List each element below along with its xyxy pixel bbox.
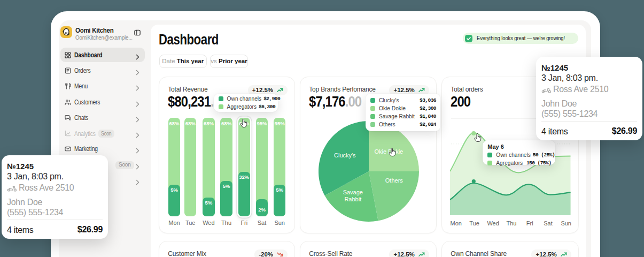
svg-text:Savage: Savage [343,188,362,195]
svg-text:Rabbit: Rabbit [344,195,361,202]
svg-text:Others: Others [385,177,403,183]
svg-text:Clucky's: Clucky's [334,152,356,158]
